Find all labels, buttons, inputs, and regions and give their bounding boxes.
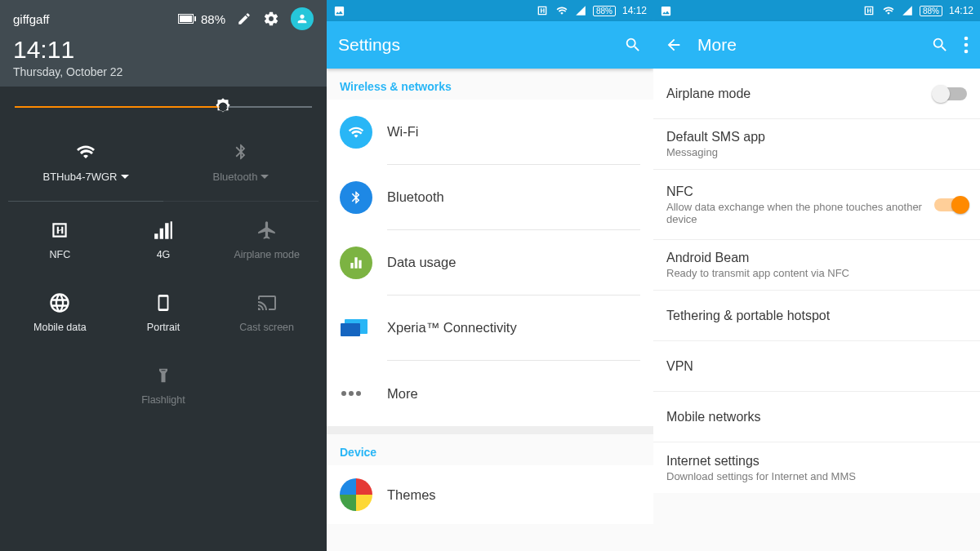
wifi-label: Wi-Fi — [387, 124, 640, 140]
app-bar: Settings — [327, 21, 653, 69]
status-bar: 88% 14:12 — [327, 0, 653, 21]
nfc-icon — [862, 4, 875, 17]
settings-item-bluetooth[interactable]: Bluetooth — [327, 165, 653, 230]
signal-tile[interactable]: 4G — [112, 202, 216, 274]
status-bar: 88% 14:12 — [653, 0, 980, 21]
bluetooth-tile[interactable]: Bluetooth — [163, 120, 318, 202]
globe-icon — [48, 291, 71, 314]
clock-date[interactable]: Thursday, October 22 — [13, 65, 314, 78]
settings-item-data[interactable]: Data usage — [327, 230, 653, 295]
portrait-label: Portrait — [147, 322, 180, 333]
more-item-beam[interactable]: Android BeamReady to transmit app conten… — [653, 240, 980, 291]
cast-icon — [255, 293, 279, 313]
search-icon[interactable] — [931, 36, 949, 54]
airplane-tile[interactable]: Airplane mode — [215, 202, 318, 274]
flashlight-tile[interactable]: Flashlight — [112, 348, 216, 420]
flashlight-icon — [155, 364, 172, 387]
sms-sub: Messaging — [666, 146, 967, 158]
mobile-data-tile[interactable]: Mobile data — [8, 275, 112, 347]
nfc-icon — [536, 4, 549, 17]
airplane-switch[interactable] — [934, 87, 967, 100]
svg-point-6 — [341, 391, 346, 396]
nfc-sub: Allow data exchange when the phone touch… — [666, 201, 934, 225]
battery-indicator: 88% — [178, 12, 225, 26]
xperia-label: Xperia™ Connectivity — [387, 320, 640, 335]
gear-icon[interactable] — [263, 11, 279, 27]
battery-percent: 88% — [920, 6, 942, 16]
internet-sub: Download settings for Internet and MMS — [666, 470, 967, 482]
bluetooth-icon — [232, 140, 250, 164]
sms-title: Default SMS app — [666, 130, 967, 144]
wifi-icon — [555, 5, 568, 16]
page-title: Settings — [338, 35, 609, 55]
nfc-label: NFC — [49, 249, 70, 260]
battery-percent: 88% — [593, 6, 616, 16]
quick-settings-panel: giffgaff 88% 14:11 Thursday, October 22 — [0, 0, 327, 551]
xperia-icon — [340, 318, 369, 339]
svg-point-9 — [964, 37, 969, 41]
airplane-title: Airplane mode — [666, 87, 934, 101]
svg-point-11 — [964, 50, 969, 54]
edit-icon[interactable] — [237, 11, 252, 26]
brightness-icon — [212, 96, 234, 118]
app-bar: More — [653, 21, 980, 69]
flashlight-label: Flashlight — [141, 394, 185, 406]
settings-panel: 88% 14:12 Settings Wireless & networks W… — [327, 0, 653, 551]
internet-title: Internet settings — [666, 454, 967, 469]
avatar-icon[interactable] — [291, 7, 314, 30]
portrait-icon — [154, 291, 172, 315]
portrait-tile[interactable]: Portrait — [112, 275, 216, 347]
nfc-switch[interactable] — [934, 198, 967, 211]
beam-sub: Ready to transmit app content via NFC — [666, 267, 967, 279]
section-wireless: Wireless & networks — [327, 69, 653, 100]
settings-item-more[interactable]: More — [327, 361, 653, 426]
settings-item-xperia[interactable]: Xperia™ Connectivity — [327, 295, 653, 361]
more-item-internet[interactable]: Internet settingsDownload settings for I… — [653, 442, 980, 493]
overflow-icon[interactable] — [964, 36, 969, 54]
airplane-icon — [256, 220, 278, 241]
screenshot-icon — [660, 5, 672, 17]
brightness-slider[interactable] — [8, 87, 318, 119]
carrier-label: giffgaff — [13, 12, 50, 26]
beam-title: Android Beam — [666, 251, 967, 265]
qs-header: giffgaff 88% 14:11 Thursday, October 22 — [0, 0, 327, 87]
more-item-nfc[interactable]: NFCAllow data exchange when the phone to… — [653, 170, 980, 240]
settings-item-wifi[interactable]: Wi-Fi — [327, 100, 653, 165]
bluetooth-label: Bluetooth — [213, 171, 258, 183]
mobile-title: Mobile networks — [666, 410, 967, 424]
svg-point-7 — [349, 391, 354, 396]
section-device: Device — [327, 434, 653, 465]
wifi-icon — [347, 124, 365, 140]
status-time: 14:12 — [622, 5, 647, 16]
more-item-mobile[interactable]: Mobile networks — [653, 392, 980, 442]
airplane-label: Airplane mode — [234, 249, 300, 260]
wifi-tile[interactable]: BTHub4-7WGR — [8, 120, 163, 202]
screenshot-icon — [333, 5, 345, 17]
signal-icon — [902, 5, 913, 16]
back-icon[interactable] — [665, 36, 683, 54]
status-time: 14:12 — [949, 5, 973, 16]
nfc-tile[interactable]: NFC — [8, 202, 112, 274]
svg-rect-1 — [194, 16, 196, 21]
cast-tile[interactable]: Cast screen — [215, 275, 318, 347]
chevron-down-icon — [121, 173, 129, 181]
clock-time[interactable]: 14:11 — [13, 36, 314, 64]
page-title: More — [697, 35, 916, 55]
more-item-tether[interactable]: Tethering & portable hotspot — [653, 291, 980, 341]
svg-rect-5 — [341, 323, 360, 336]
battery-percent: 88% — [201, 12, 225, 26]
more-item-airplane[interactable]: Airplane mode — [653, 69, 980, 119]
svg-point-10 — [964, 43, 969, 47]
svg-rect-2 — [180, 16, 192, 22]
search-icon[interactable] — [624, 36, 642, 54]
more-label: More — [387, 386, 640, 402]
chevron-down-icon — [261, 173, 269, 181]
signal-icon — [153, 220, 174, 241]
more-item-vpn[interactable]: VPN — [653, 341, 980, 392]
more-item-sms[interactable]: Default SMS appMessaging — [653, 119, 980, 170]
bluetooth-label: Bluetooth — [387, 189, 640, 205]
settings-item-themes[interactable]: Themes — [327, 465, 653, 524]
signal-icon — [575, 5, 586, 16]
data-label: Data usage — [387, 255, 640, 270]
cast-label: Cast screen — [239, 322, 294, 333]
